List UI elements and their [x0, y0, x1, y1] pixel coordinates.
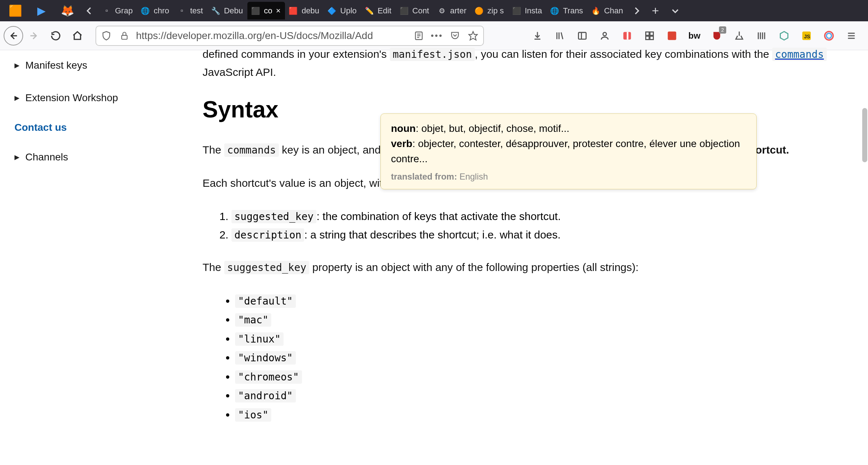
tab-5[interactable]: 🟥debu [285, 2, 324, 20]
svg-line-12 [561, 32, 563, 39]
tab-4[interactable]: ⬛co× [247, 2, 285, 20]
scrollbar-thumb[interactable] [862, 108, 867, 162]
code-literal: manifest.json [390, 48, 475, 61]
ext-icon-rainbow[interactable] [819, 26, 839, 46]
tab-11[interactable]: ⬛Insta [508, 2, 546, 20]
close-icon[interactable]: × [276, 6, 281, 16]
code-literal: description [231, 228, 304, 242]
tab-6[interactable]: 🔷Uplo [324, 2, 361, 20]
lock-icon[interactable] [118, 29, 131, 42]
tab-favicon-icon: 🔥 [591, 6, 600, 16]
list-item: "default" [235, 292, 846, 311]
tab-favicon-icon: ▫ [102, 6, 111, 16]
url-bar[interactable]: ••• [95, 26, 484, 46]
syntax-para-3: The suggested_key property is an object … [203, 258, 846, 276]
home-button[interactable] [67, 25, 88, 47]
tooltip-noun-label: noun [391, 123, 416, 134]
tab-scroll-left[interactable] [80, 2, 98, 20]
svg-rect-21 [650, 36, 653, 39]
back-button[interactable] [4, 26, 23, 46]
tab-label: arter [450, 6, 467, 16]
ext-icon-pin[interactable] [729, 26, 749, 46]
tab-favicon-icon: ⬛ [399, 6, 409, 16]
tab-favicon-icon: ⚙ [437, 6, 447, 16]
tab-label: Trans [563, 6, 583, 16]
sidebar-item-contact[interactable]: Contact us [14, 117, 188, 138]
reload-button[interactable] [45, 25, 67, 47]
tab-label: test [190, 6, 203, 16]
pocket-icon[interactable] [448, 29, 461, 42]
list-all-tabs-button[interactable] [665, 2, 685, 20]
code-literal: "mac" [235, 313, 271, 327]
vertical-scrollbar[interactable] [861, 50, 868, 465]
tab-3[interactable]: 🔧Debu [207, 2, 247, 20]
tab-12[interactable]: 🌐Trans [546, 2, 587, 20]
tooltip-verb-text: : objecter, contester, désapprouver, pro… [391, 138, 740, 164]
docs-sidebar: ▶ Manifest keys ▶ Extension Workshop Con… [0, 50, 203, 465]
svg-marker-7 [469, 31, 477, 40]
ublock-icon[interactable]: 2 [707, 26, 727, 46]
ext-icon-2[interactable] [639, 26, 660, 46]
account-icon[interactable] [595, 26, 615, 46]
page-content: ▶ Manifest keys ▶ Extension Workshop Con… [0, 50, 868, 465]
window-tabstrip: 🟧 ▶ 🦊 ▫Grap🌐chro▫test🔧Debu⬛co×🟥debu🔷Uplo… [0, 0, 868, 21]
svg-rect-22 [668, 31, 676, 40]
page-actions-icon[interactable]: ••• [430, 29, 443, 42]
sidebar-item-extension-workshop[interactable]: ▶ Extension Workshop [14, 88, 188, 108]
library-icon[interactable] [550, 26, 570, 46]
shield-icon[interactable] [100, 29, 113, 42]
ext-icon-hex[interactable] [774, 26, 794, 46]
tab-label: co [264, 6, 272, 16]
new-tab-button[interactable]: + [646, 2, 665, 20]
sidebar-item-label: Extension Workshop [25, 92, 118, 104]
tab-favicon-icon: ⬛ [251, 6, 260, 16]
bookmark-star-icon[interactable] [467, 29, 480, 42]
tab-8[interactable]: ⬛Cont [396, 2, 433, 20]
tab-10[interactable]: 🟠zip s [471, 2, 508, 20]
tab-1[interactable]: 🌐chro [137, 2, 174, 20]
svg-point-31 [826, 33, 831, 38]
list-item: "android" [235, 386, 846, 405]
sidebar-item-manifest-keys[interactable]: ▶ Manifest keys [14, 55, 188, 76]
sidebar-item-channels[interactable]: ▶ Channels [14, 147, 188, 167]
tab-9[interactable]: ⚙arter [434, 2, 471, 20]
code-literal: suggested_key [231, 210, 316, 223]
tab-0[interactable]: ▫Grap [98, 2, 137, 20]
tab-7[interactable]: ✏️Edit [361, 2, 396, 20]
svg-rect-20 [646, 36, 649, 39]
downloads-icon[interactable] [527, 26, 548, 46]
list-item: "ios" [235, 405, 846, 425]
tab-label: debu [302, 6, 319, 16]
forward-button[interactable] [23, 25, 45, 47]
tab-label: zip s [488, 6, 504, 16]
tab-13[interactable]: 🔥Chan [587, 2, 627, 20]
tab-scroll-right[interactable] [627, 2, 646, 20]
tab-label: Debu [224, 6, 243, 16]
url-input[interactable] [136, 30, 407, 42]
article-text: , you can listen for their associated ke… [475, 48, 772, 60]
article-text: : a string that describes the shortcut; … [304, 229, 561, 241]
app-icon-3[interactable]: 🦊 [54, 0, 80, 21]
code-literal: commands [772, 48, 827, 61]
tab-favicon-icon: ▫ [177, 6, 187, 16]
app-icon-2[interactable]: ▶ [28, 0, 54, 21]
commands-api-link[interactable]: commands [772, 48, 827, 60]
code-literal: suggested_key [224, 261, 309, 274]
ext-icon-bw[interactable]: bw [684, 26, 705, 46]
app-icon-1[interactable]: 🟧 [2, 0, 28, 21]
ext-icon-3[interactable] [662, 26, 682, 46]
list-item: "mac" [235, 310, 846, 330]
article-text: defined commands in your extension's [203, 48, 390, 60]
ext-icon-1[interactable] [617, 26, 637, 46]
code-literal: "ios" [235, 408, 271, 422]
reader-mode-icon[interactable] [412, 29, 425, 42]
tabs-host: ▫Grap🌐chro▫test🔧Debu⬛co×🟥debu🔷Uplo✏️Edit… [98, 2, 627, 20]
app-menu-icon[interactable] [841, 26, 861, 46]
triangle-icon: ▶ [14, 94, 20, 102]
tooltip-noun-text: : objet, but, objectif, chose, motif... [416, 123, 569, 134]
sidebar-icon[interactable] [572, 26, 592, 46]
tab-favicon-icon: 🟠 [475, 6, 484, 16]
ext-icon-js[interactable]: JS [796, 26, 817, 46]
ext-icon-grid[interactable] [752, 26, 772, 46]
tab-2[interactable]: ▫test [174, 2, 207, 20]
